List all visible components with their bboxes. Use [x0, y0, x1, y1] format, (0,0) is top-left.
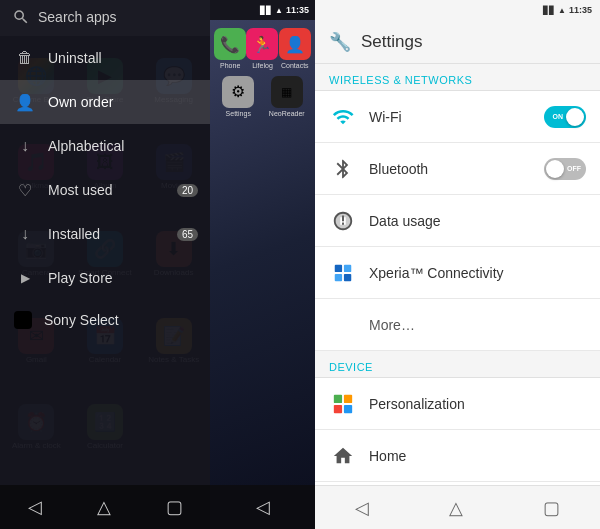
search-icon — [12, 8, 30, 26]
mid-clock: 11:35 — [286, 5, 309, 15]
bluetooth-label: Bluetooth — [369, 161, 544, 177]
app-neoreader[interactable]: ▦ NeoReader — [273, 76, 301, 118]
menu-item-own-order-label: Own order — [48, 94, 113, 110]
mid-app-list: 📞 Phone 🏃 Lifelog 👤 Contacts — [210, 20, 315, 131]
section-wireless: WIRELESS & NETWORKS — [315, 64, 600, 91]
installed-icon: ↓ — [14, 223, 36, 245]
svg-rect-6 — [334, 404, 342, 412]
mid-row-2: ⚙ Settings ▦ NeoReader — [214, 76, 311, 118]
menu-item-most-used-label: Most used — [48, 182, 113, 198]
search-bar[interactable]: Search apps — [0, 0, 210, 34]
uninstall-icon: 🗑 — [14, 47, 36, 69]
right-status-bar: ▊▊ ▲ 11:35 — [315, 0, 600, 20]
phone-icon: 📞 — [214, 28, 246, 60]
menu-item-alphabetical-label: Alphabetical — [48, 138, 124, 154]
recents-button-right[interactable]: ▢ — [527, 489, 576, 527]
left-nav-bar: ◁ △ ▢ — [0, 485, 210, 529]
menu-item-sony-select-label: Sony Select — [44, 312, 119, 328]
menu-item-alphabetical[interactable]: ↓ Alphabetical — [0, 124, 210, 168]
most-used-icon: ♡ — [14, 179, 36, 201]
menu-item-installed[interactable]: ↓ Installed 65 — [0, 212, 210, 256]
menu-item-sony-select[interactable]: Sony Select — [0, 300, 210, 340]
bluetooth-toggle[interactable]: OFF — [544, 158, 586, 180]
lifelog-icon: 🏃 — [246, 28, 278, 60]
wifi-toggle-on-label: ON — [553, 113, 564, 120]
settings-content: WIRELESS & NETWORKS Wi-Fi ON Bluetooth — [315, 64, 600, 485]
contacts-label: Contacts — [277, 62, 313, 70]
mid-wifi-icon: ▲ — [275, 6, 283, 15]
settings-item-xperia[interactable]: Xperia™ Connectivity — [315, 247, 600, 299]
menu-item-uninstall[interactable]: 🗑 Uninstall — [0, 36, 210, 80]
wifi-label: Wi-Fi — [369, 109, 544, 125]
menu-item-play-store[interactable]: ▶ Play Store — [0, 256, 210, 300]
data-usage-icon — [329, 207, 357, 235]
recents-button-left[interactable]: ▢ — [150, 488, 199, 526]
menu-item-uninstall-label: Uninstall — [48, 50, 102, 66]
back-button-right[interactable]: ◁ — [339, 489, 385, 527]
app-phone[interactable]: 📞 Phone — [216, 28, 244, 70]
sony-select-icon — [14, 311, 32, 329]
installed-badge: 65 — [177, 228, 198, 241]
search-label: Search apps — [38, 9, 117, 25]
mid-signal-icon: ▊▊ — [260, 6, 272, 15]
personalization-icon — [329, 390, 357, 418]
menu-item-installed-label: Installed — [48, 226, 100, 242]
wifi-toggle[interactable]: ON — [544, 106, 586, 128]
svg-rect-4 — [334, 394, 342, 402]
right-nav-bar: ◁ △ ▢ — [315, 485, 600, 529]
xperia-label: Xperia™ Connectivity — [369, 265, 586, 281]
svg-rect-3 — [344, 273, 351, 280]
settings-wrench-icon: 🔧 — [329, 31, 351, 53]
back-button-left[interactable]: ◁ — [12, 488, 58, 526]
mid-row-1: 📞 Phone 🏃 Lifelog 👤 Contacts — [214, 28, 311, 70]
wifi-toggle-knob — [566, 108, 584, 126]
app-sort-menu: 🗑 Uninstall 👤 Own order ↓ Alphabetical ♡… — [0, 36, 210, 485]
back-button-mid[interactable]: ◁ — [240, 488, 286, 526]
xperia-icon — [329, 259, 357, 287]
home-button-left[interactable]: △ — [81, 488, 127, 526]
phone-label: Phone — [212, 62, 248, 70]
settings-title: Settings — [361, 32, 422, 52]
menu-item-most-used[interactable]: ♡ Most used 20 — [0, 168, 210, 212]
svg-rect-7 — [344, 404, 352, 412]
right-clock: 11:35 — [569, 5, 592, 15]
menu-item-own-order[interactable]: 👤 Own order — [0, 80, 210, 124]
middle-panel: ▊▊ ▲ 11:35 📞 Phone 🏃 Lifelog — [210, 0, 315, 529]
svg-rect-5 — [344, 394, 352, 402]
app-lifelog[interactable]: 🏃 Lifelog — [248, 28, 276, 70]
section-device: DEVICE — [315, 351, 600, 378]
mid-nav-bar: ◁ — [210, 485, 315, 529]
right-signal-icon: ▊▊ — [543, 6, 555, 15]
settings-item-personalization[interactable]: Personalization — [315, 378, 600, 430]
settings-item-data-usage[interactable]: Data usage — [315, 195, 600, 247]
settings-item-bluetooth[interactable]: Bluetooth OFF — [315, 143, 600, 195]
more-icon — [329, 311, 357, 339]
svg-rect-0 — [335, 264, 342, 271]
settings-header: 🔧 Settings — [315, 20, 600, 64]
svg-rect-1 — [344, 264, 351, 271]
neoreader-label: NeoReader — [269, 110, 305, 118]
settings-item-wifi[interactable]: Wi-Fi ON — [315, 91, 600, 143]
personalization-label: Personalization — [369, 396, 586, 412]
bluetooth-toggle-knob — [546, 160, 564, 178]
home-settings-icon — [329, 442, 357, 470]
home-button-right[interactable]: △ — [433, 489, 479, 527]
alphabetical-icon: ↓ — [14, 135, 36, 157]
settings-label: Settings — [220, 110, 256, 118]
own-order-icon: 👤 — [14, 91, 36, 113]
app-settings[interactable]: ⚙ Settings — [224, 76, 252, 118]
contacts-icon: 👤 — [279, 28, 311, 60]
play-store-icon: ▶ — [14, 267, 36, 289]
right-panel: ▊▊ ▲ 11:35 🔧 Settings WIRELESS & NETWORK… — [315, 0, 600, 529]
lifelog-label: Lifelog — [244, 62, 280, 70]
neoreader-icon: ▦ — [271, 76, 303, 108]
wifi-icon — [329, 103, 357, 131]
bluetooth-icon — [329, 155, 357, 183]
mid-background: 📞 Phone 🏃 Lifelog 👤 Contacts — [210, 20, 315, 485]
settings-item-home[interactable]: Home — [315, 430, 600, 482]
mid-status-bar: ▊▊ ▲ 11:35 — [210, 0, 315, 20]
svg-rect-2 — [335, 273, 342, 280]
settings-item-more[interactable]: More… — [315, 299, 600, 351]
menu-item-play-store-label: Play Store — [48, 270, 113, 286]
app-contacts[interactable]: 👤 Contacts — [281, 28, 309, 70]
